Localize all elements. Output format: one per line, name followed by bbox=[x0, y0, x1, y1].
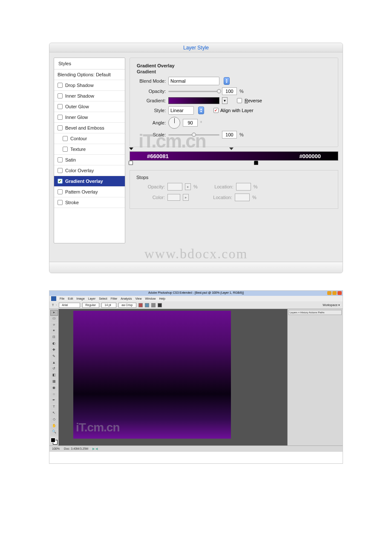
styles-checkbox[interactable] bbox=[58, 93, 63, 98]
close-icon[interactable] bbox=[337, 291, 342, 295]
styles-item-pattern-overlay[interactable]: Pattern Overlay bbox=[54, 187, 125, 197]
tool-dodge[interactable]: ○ bbox=[50, 392, 58, 398]
ps-right-panels[interactable]: Layers × History Actions Paths bbox=[287, 309, 343, 445]
style-select[interactable]: Linear bbox=[168, 106, 194, 115]
menu-help[interactable]: Help bbox=[159, 297, 165, 300]
ps-options-bar[interactable]: T · Arial Regular 14 pt aa Crisp Workspa… bbox=[49, 301, 343, 309]
tool-gradient[interactable]: ▦ bbox=[50, 379, 58, 385]
ps-canvas[interactable]: iT.cm.cn bbox=[73, 311, 231, 439]
styles-list-header[interactable]: Styles bbox=[54, 58, 125, 69]
styles-item-texture[interactable]: Texture bbox=[54, 144, 125, 155]
tool-type[interactable]: T bbox=[50, 405, 58, 410]
tool-path[interactable]: ↖ bbox=[50, 411, 58, 417]
minimize-icon[interactable] bbox=[327, 291, 331, 295]
gradient-preview[interactable] bbox=[168, 97, 219, 104]
styles-checkbox[interactable] bbox=[58, 83, 63, 88]
blend-mode-arrows-icon[interactable]: ▲▼ bbox=[224, 77, 230, 85]
tool-hand[interactable]: ✋ bbox=[50, 424, 58, 430]
scale-input[interactable] bbox=[222, 131, 237, 139]
styles-checkbox[interactable] bbox=[58, 200, 63, 205]
tool-blur[interactable]: ◉ bbox=[50, 386, 58, 392]
tool-shape[interactable]: ◇ bbox=[50, 417, 58, 423]
styles-item-drop-shadow[interactable]: Drop Shadow bbox=[54, 80, 125, 91]
tool-eraser[interactable]: ◧ bbox=[50, 373, 58, 379]
ps-toolbox[interactable]: ▸ ▭ ⟡ ✦ ⊡ ◐ ✚ ✎ ▲ ↺ ◧ ▦ ◉ ○ ✒ T ↖ bbox=[49, 309, 59, 445]
menu-layer[interactable]: Layer bbox=[88, 297, 96, 300]
tool-history[interactable]: ↺ bbox=[50, 367, 58, 373]
menu-file[interactable]: File bbox=[60, 297, 64, 300]
tool-eyedrop[interactable]: ◐ bbox=[50, 341, 58, 347]
menu-select[interactable]: Select bbox=[99, 297, 107, 300]
tool-stamp[interactable]: ▲ bbox=[50, 361, 58, 367]
opt-swatch-1[interactable] bbox=[138, 303, 143, 307]
panel-tabs[interactable]: Layers × History Actions Paths bbox=[288, 310, 342, 315]
menu-analysis[interactable]: Analysis bbox=[121, 297, 132, 300]
styles-checkbox[interactable] bbox=[58, 115, 63, 120]
styles-item-color-overlay[interactable]: Color Overlay bbox=[54, 165, 125, 176]
styles-item-satin[interactable]: Satin bbox=[54, 155, 125, 165]
styles-item-inner-shadow[interactable]: Inner Shadow bbox=[54, 91, 125, 101]
styles-item-gradient-overlay[interactable]: ✔Gradient Overlay bbox=[54, 176, 125, 187]
scale-slider[interactable] bbox=[168, 134, 219, 136]
tool-marquee[interactable]: ▭ bbox=[50, 316, 58, 322]
styles-checkbox[interactable] bbox=[58, 104, 63, 109]
angle-knob[interactable] bbox=[168, 117, 180, 129]
opacity-stop-left[interactable] bbox=[129, 146, 134, 151]
opt-type-icon[interactable]: T bbox=[52, 304, 54, 306]
tool-heal[interactable]: ✚ bbox=[50, 348, 58, 354]
gradient-bar[interactable]: #660081 #000000 bbox=[130, 151, 338, 161]
tool-crop[interactable]: ⊡ bbox=[50, 335, 58, 341]
opacity-slider[interactable] bbox=[168, 91, 219, 92]
opacity-slider-thumb[interactable] bbox=[217, 89, 221, 93]
tool-lasso[interactable]: ⟡ bbox=[50, 323, 58, 329]
fg-bg-swatches[interactable] bbox=[51, 438, 58, 445]
styles-checkbox[interactable] bbox=[58, 168, 63, 173]
menu-image[interactable]: Image bbox=[76, 297, 84, 300]
tool-zoom[interactable]: 🔍 bbox=[50, 430, 58, 436]
color-stop-right[interactable] bbox=[254, 161, 259, 167]
opt-color-swatch[interactable] bbox=[158, 303, 162, 307]
tool-wand[interactable]: ✦ bbox=[50, 329, 58, 335]
styles-item-outer-glow[interactable]: Outer Glow bbox=[54, 101, 125, 112]
color-stop-left[interactable] bbox=[129, 161, 134, 167]
align-checkbox[interactable]: ✔ bbox=[213, 108, 219, 113]
opt-swatch-3[interactable] bbox=[151, 303, 156, 307]
tool-brush[interactable]: ✎ bbox=[50, 354, 58, 360]
opt-size[interactable]: 14 pt bbox=[101, 303, 116, 308]
angle-input[interactable] bbox=[183, 119, 198, 127]
maximize-icon[interactable] bbox=[332, 291, 337, 295]
styles-checkbox[interactable] bbox=[58, 189, 63, 194]
opt-font[interactable]: Arial bbox=[59, 303, 80, 308]
blend-mode-select[interactable]: Normal bbox=[168, 77, 219, 85]
reverse-checkbox[interactable] bbox=[237, 98, 242, 103]
styles-checkbox[interactable] bbox=[63, 136, 68, 141]
style-arrows-icon[interactable]: ▲▼ bbox=[198, 107, 204, 114]
tool-pen[interactable]: ✒ bbox=[50, 398, 58, 404]
styles-checkbox[interactable] bbox=[63, 147, 68, 152]
opacity-input[interactable] bbox=[222, 87, 237, 95]
menu-view[interactable]: View bbox=[135, 297, 141, 300]
scale-slider-thumb[interactable] bbox=[192, 133, 196, 137]
menu-edit[interactable]: Edit bbox=[68, 297, 73, 300]
tool-move[interactable]: ▸ bbox=[50, 310, 58, 316]
styles-item-inner-glow[interactable]: Inner Glow bbox=[54, 112, 125, 123]
opt-swatch-2[interactable] bbox=[145, 303, 149, 307]
ps-titlebar[interactable]: Adobe Photoshop CS3 Extended - [Best.psd… bbox=[49, 291, 343, 296]
opt-aa[interactable]: aa Crisp bbox=[118, 303, 136, 308]
menu-window[interactable]: Window bbox=[145, 297, 156, 300]
gradient-dropdown-icon[interactable]: ▼ bbox=[222, 97, 228, 104]
styles-item-contour[interactable]: Contour bbox=[54, 133, 125, 144]
ps-canvas-area[interactable]: iT.cm.cn bbox=[59, 309, 287, 445]
status-zoom[interactable]: 100% bbox=[52, 447, 60, 450]
ps-menubar[interactable]: File Edit Image Layer Select Filter Anal… bbox=[49, 296, 343, 301]
opacity-stop-mid[interactable] bbox=[229, 146, 234, 151]
styles-item-bevel-and-emboss[interactable]: Bevel and Emboss bbox=[54, 123, 125, 133]
styles-item-stroke[interactable]: Stroke bbox=[54, 197, 125, 208]
styles-item-blending-options-default[interactable]: Blending Options: Default bbox=[54, 69, 125, 80]
opt-workspace[interactable]: Workspace ▾ bbox=[323, 304, 340, 307]
opt-weight[interactable]: Regular bbox=[82, 303, 99, 308]
styles-checkbox[interactable] bbox=[58, 157, 63, 162]
menu-filter[interactable]: Filter bbox=[111, 297, 118, 300]
styles-checkbox[interactable]: ✔ bbox=[58, 179, 63, 184]
dialog-titlebar[interactable]: Layer Style bbox=[49, 43, 343, 52]
